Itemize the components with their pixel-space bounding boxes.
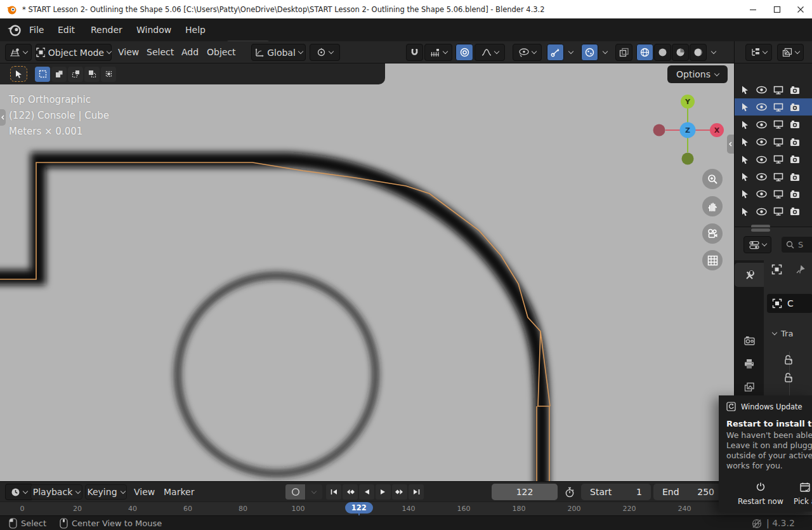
toolbar-toggle-tab[interactable] xyxy=(0,109,6,126)
visibility-selector[interactable] xyxy=(513,44,542,61)
active-object-field[interactable]: C xyxy=(767,294,812,313)
shading-dropdown[interactable] xyxy=(708,44,719,61)
timeline-marker-menu[interactable]: Marker xyxy=(164,487,194,497)
viewport[interactable]: Options Top Orthographic (122) Console |… xyxy=(0,63,734,481)
menu-file[interactable]: File xyxy=(29,25,44,35)
properties-search-field[interactable]: S xyxy=(782,237,812,253)
select-arrow-icon[interactable] xyxy=(740,207,750,216)
gizmos-dropdown[interactable] xyxy=(565,44,577,61)
previous-keyframe-button[interactable] xyxy=(343,484,358,500)
restart-now-button[interactable]: Restart now xyxy=(738,482,783,506)
shading-material-button[interactable] xyxy=(672,44,689,61)
object-breadcrumb-icon[interactable] xyxy=(771,264,782,275)
shading-wireframe-button[interactable] xyxy=(636,44,653,61)
hide-eye-icon[interactable] xyxy=(756,173,767,181)
frame-start-field[interactable]: Start 1 xyxy=(581,484,651,500)
shading-rendered-button[interactable] xyxy=(690,44,707,61)
properties-editor-type-button[interactable] xyxy=(743,236,771,253)
snap-toggle[interactable] xyxy=(406,44,423,61)
render-disable-icon[interactable] xyxy=(790,103,800,112)
zoom-button[interactable] xyxy=(702,169,723,189)
keyframe-decorator-icon[interactable] xyxy=(783,372,794,383)
pick-time-button[interactable]: Pick a xyxy=(794,482,812,506)
gizmos-toggle[interactable] xyxy=(547,44,564,61)
outliner-row[interactable] xyxy=(735,98,812,116)
auto-keying-toggle[interactable] xyxy=(285,484,305,500)
viewport-disable-icon[interactable] xyxy=(773,190,783,199)
next-keyframe-button[interactable] xyxy=(392,484,407,500)
select-arrow-icon[interactable] xyxy=(740,155,750,164)
timeline-view-menu[interactable]: View xyxy=(134,487,155,497)
select-mode-intersect[interactable] xyxy=(101,67,116,82)
timeline-ruler[interactable]: 020406080100140160180200220240 122 xyxy=(0,501,812,515)
editor-type-button[interactable] xyxy=(5,44,32,61)
select-arrow-icon[interactable] xyxy=(740,102,750,112)
viewport-disable-icon[interactable] xyxy=(773,103,783,112)
viewport-disable-icon[interactable] xyxy=(773,86,783,95)
shading-solid-button[interactable] xyxy=(654,44,671,61)
panel-resize-handle[interactable] xyxy=(751,229,770,232)
outliner-row[interactable] xyxy=(735,116,812,133)
blender-menu-logo-icon[interactable] xyxy=(6,22,23,37)
hide-eye-icon[interactable] xyxy=(756,208,767,216)
outliner-row[interactable] xyxy=(735,151,812,168)
viewport-disable-icon[interactable] xyxy=(773,155,783,164)
axis-x-handle[interactable]: X xyxy=(710,123,724,137)
hide-eye-icon[interactable] xyxy=(756,103,767,111)
render-disable-icon[interactable] xyxy=(790,207,800,216)
select-arrow-icon[interactable] xyxy=(740,137,750,147)
snap-target-selector[interactable] xyxy=(424,44,452,61)
keying-menu[interactable]: Keying xyxy=(85,484,127,500)
playhead[interactable]: 122 xyxy=(345,502,373,513)
menu-select[interactable]: Select xyxy=(147,47,174,57)
tab-output[interactable] xyxy=(735,352,764,376)
viewport-disable-icon[interactable] xyxy=(773,207,783,216)
hide-eye-icon[interactable] xyxy=(756,190,767,198)
maximize-button[interactable] xyxy=(765,0,789,18)
menu-render[interactable]: Render xyxy=(91,25,122,35)
outliner-row[interactable] xyxy=(735,203,812,220)
select-arrow-icon[interactable] xyxy=(740,85,750,95)
transform-panel-header[interactable]: Tra xyxy=(773,329,793,338)
jump-to-start-button[interactable] xyxy=(326,484,341,500)
proportional-falloff-selector[interactable] xyxy=(475,44,505,61)
close-button[interactable] xyxy=(789,0,812,18)
transform-orientation-selector[interactable]: Global xyxy=(251,44,306,61)
tab-tool[interactable] xyxy=(735,263,764,287)
axis-z-handle[interactable]: Z xyxy=(680,123,696,138)
outliner-filter-button[interactable] xyxy=(777,44,804,61)
overlays-toggle[interactable] xyxy=(581,44,598,61)
jump-to-end-button[interactable] xyxy=(409,484,424,500)
minimize-button[interactable] xyxy=(741,0,765,18)
windows-update-notification[interactable]: Windows Update Restart to install the la… xyxy=(719,395,812,512)
select-mode-subtract[interactable] xyxy=(68,67,83,82)
navigation-gizmo[interactable]: Y Z X xyxy=(647,89,730,171)
outliner-row[interactable] xyxy=(735,168,812,185)
select-mode-extend[interactable] xyxy=(51,67,67,82)
menu-view[interactable]: View xyxy=(118,47,139,57)
select-arrow-icon[interactable] xyxy=(740,120,750,129)
hide-eye-icon[interactable] xyxy=(756,121,767,129)
xray-toggle[interactable] xyxy=(615,44,632,61)
viewport-disable-icon[interactable] xyxy=(773,173,783,182)
pan-hand-button[interactable] xyxy=(702,196,723,216)
menu-edit[interactable]: Edit xyxy=(58,25,75,35)
menu-add[interactable]: Add xyxy=(181,47,199,57)
play-button[interactable] xyxy=(376,484,391,500)
options-button[interactable]: Options xyxy=(667,65,728,83)
render-disable-icon[interactable] xyxy=(790,138,800,147)
proportional-editing-toggle[interactable] xyxy=(455,44,473,61)
keyframe-decorator-icon[interactable] xyxy=(783,354,794,366)
pivot-point-selector[interactable] xyxy=(310,44,340,61)
outliner-row[interactable] xyxy=(735,185,812,202)
select-mode-set[interactable] xyxy=(35,67,50,82)
render-disable-icon[interactable] xyxy=(790,190,800,199)
viewport-disable-icon[interactable] xyxy=(773,138,783,147)
tab-render[interactable] xyxy=(735,328,764,352)
render-disable-icon[interactable] xyxy=(790,86,800,95)
current-frame-field[interactable]: 122 xyxy=(492,484,558,500)
menu-help[interactable]: Help xyxy=(185,25,206,35)
pin-id-icon[interactable] xyxy=(796,265,805,274)
menu-object[interactable]: Object xyxy=(207,47,236,57)
outliner-editor-type-button[interactable] xyxy=(745,44,772,61)
